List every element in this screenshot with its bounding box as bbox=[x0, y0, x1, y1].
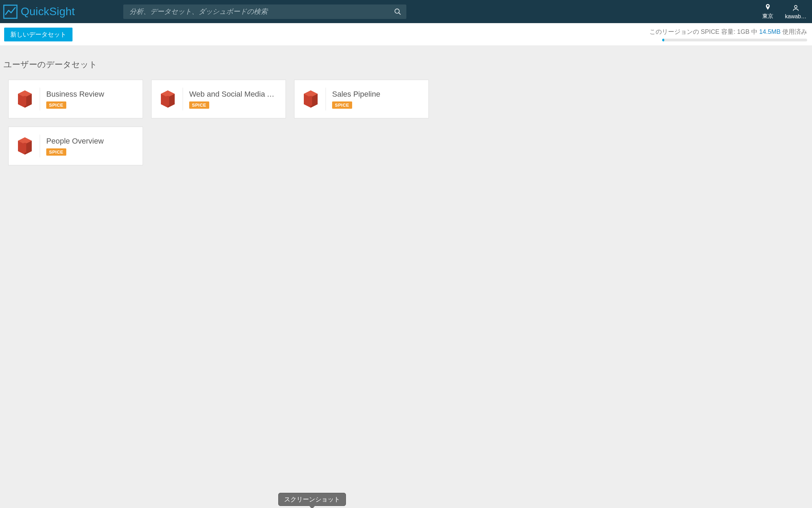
spice-badge: SPICE bbox=[46, 101, 66, 109]
spice-suffix: 使用済み bbox=[781, 28, 807, 35]
dataset-icon bbox=[158, 90, 178, 108]
search-input[interactable] bbox=[129, 8, 394, 16]
user-icon bbox=[792, 4, 800, 12]
svg-point-3 bbox=[794, 5, 797, 8]
card-divider bbox=[40, 135, 40, 157]
top-header: QuickSight 東京 bbox=[0, 0, 812, 23]
quicksight-logo-icon bbox=[3, 4, 18, 19]
spice-badge: SPICE bbox=[189, 101, 209, 109]
spice-total: 1GB bbox=[737, 28, 750, 35]
svg-line-2 bbox=[398, 12, 400, 14]
spice-badge: SPICE bbox=[332, 101, 352, 109]
spice-middle: 中 bbox=[750, 28, 759, 35]
screenshot-tooltip-label: スクリーンショット bbox=[284, 496, 340, 503]
search-icon[interactable] bbox=[394, 8, 402, 16]
spice-badge: SPICE bbox=[46, 148, 66, 156]
dataset-title: Sales Pipeline bbox=[332, 90, 380, 99]
dataset-card[interactable]: Business Review SPICE bbox=[8, 80, 143, 118]
spice-used: 14.5MB bbox=[759, 28, 781, 35]
svg-rect-18 bbox=[309, 92, 312, 96]
spice-capacity: このリージョンの SPICE 容量: 1GB 中 14.5MB 使用済み bbox=[662, 28, 807, 41]
dataset-grid: Business Review SPICE Web and Social bbox=[3, 80, 809, 165]
dataset-title: Business Review bbox=[46, 90, 104, 99]
dataset-title: Web and Social Media A… bbox=[189, 90, 276, 99]
dataset-title: People Overview bbox=[46, 137, 104, 146]
main-content: ユーザーのデータセット Business Review SPICE bbox=[0, 46, 812, 172]
screenshot-tooltip: スクリーンショット bbox=[278, 493, 346, 506]
card-divider bbox=[183, 88, 183, 110]
svg-rect-8 bbox=[23, 92, 26, 96]
location-pin-icon bbox=[764, 3, 772, 11]
dataset-card[interactable]: People Overview SPICE bbox=[8, 127, 143, 165]
user-label: kawab… bbox=[785, 13, 806, 20]
user-menu[interactable]: kawab… bbox=[785, 4, 806, 20]
card-divider bbox=[40, 88, 40, 110]
section-title: ユーザーのデータセット bbox=[3, 59, 809, 70]
header-right: 東京 kawab… bbox=[758, 3, 808, 20]
svg-rect-23 bbox=[23, 139, 26, 143]
card-divider bbox=[326, 88, 326, 110]
dataset-card[interactable]: Sales Pipeline SPICE bbox=[294, 80, 429, 118]
spice-capacity-text: このリージョンの SPICE 容量: 1GB 中 14.5MB 使用済み bbox=[649, 28, 807, 36]
dataset-card[interactable]: Web and Social Media A… SPICE bbox=[151, 80, 286, 118]
svg-point-1 bbox=[395, 9, 399, 13]
logo[interactable]: QuickSight bbox=[3, 4, 75, 19]
dataset-icon bbox=[301, 90, 321, 108]
product-name: QuickSight bbox=[21, 5, 75, 18]
region-label: 東京 bbox=[762, 13, 773, 20]
search-box[interactable] bbox=[123, 4, 406, 19]
dataset-icon bbox=[15, 137, 35, 155]
dataset-icon bbox=[15, 90, 35, 108]
svg-rect-13 bbox=[166, 92, 169, 96]
spice-prefix: このリージョンの SPICE 容量: bbox=[649, 28, 737, 35]
region-selector[interactable]: 東京 bbox=[758, 3, 777, 20]
sub-header: 新しいデータセット このリージョンの SPICE 容量: 1GB 中 14.5M… bbox=[0, 23, 812, 46]
new-dataset-button[interactable]: 新しいデータセット bbox=[4, 28, 72, 41]
spice-progress-fill bbox=[662, 39, 664, 41]
spice-progress-bar bbox=[662, 39, 807, 41]
